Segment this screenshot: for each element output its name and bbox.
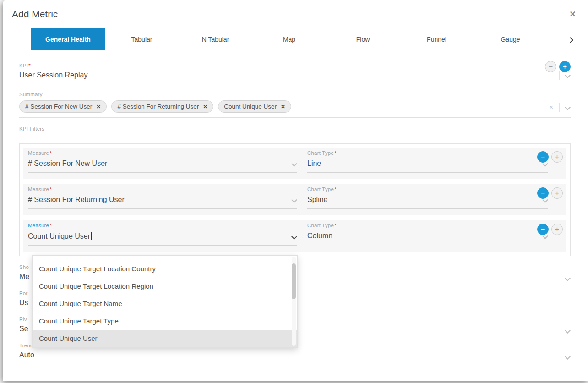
tab-flow[interactable]: Flow: [326, 28, 400, 50]
close-icon[interactable]: ✕: [569, 9, 576, 19]
add-metric-modal: Add Metric ✕ General Health Tabular N Ta…: [3, 0, 588, 381]
chip-label: Count Unique User: [224, 103, 277, 110]
divider: [286, 195, 286, 204]
select-toggle[interactable]: [286, 232, 296, 241]
required-mark: *: [49, 186, 52, 192]
measures-group: Measure* # Session For New User Chart Ty…: [19, 143, 571, 256]
dropdown-item-highlighted[interactable]: Count Unique User: [33, 330, 297, 347]
chevron-down-icon: [291, 161, 297, 167]
chip-label: # Session For New User: [25, 103, 92, 110]
measure-column: Measure* # Session For New User: [28, 150, 297, 173]
measure-row: Measure* # Session For Returning User Ch…: [23, 184, 566, 215]
kpi-buttons: − +: [545, 61, 571, 72]
modal-header: Add Metric ✕: [3, 0, 588, 28]
divider: [286, 159, 286, 168]
required-mark: *: [49, 150, 52, 156]
measure-label: Measure*: [28, 150, 297, 156]
tab-map[interactable]: Map: [252, 28, 326, 50]
chip-remove-icon[interactable]: ✕: [203, 104, 207, 110]
measure-dropdown: Count Unique Target Location Country Cou…: [32, 255, 298, 348]
required-mark: *: [28, 63, 31, 68]
tabs: General Health Tabular N Tabular Map Flo…: [31, 28, 588, 50]
measure-remove-button[interactable]: −: [537, 224, 549, 235]
measure-label: Measure*: [28, 186, 297, 192]
select-toggle[interactable]: [286, 159, 296, 168]
measure-column: Measure* Count Unique User: [28, 223, 297, 246]
tab-tabular[interactable]: Tabular: [105, 28, 179, 50]
chart-type-label: Chart Type*: [307, 186, 562, 192]
tab-gauge[interactable]: Gauge: [474, 28, 547, 50]
dropdown-item[interactable]: Count Unique Target Name: [33, 295, 297, 312]
measure-row-buttons: − +: [537, 187, 563, 199]
chart-type-column: Chart Type* Spline: [307, 186, 562, 209]
measure-select-value: # Session For Returning User: [28, 196, 125, 203]
kpi-remove-button[interactable]: −: [545, 61, 556, 72]
chevron-down-icon: [291, 234, 297, 240]
required-mark: *: [334, 186, 337, 192]
chip-remove-icon[interactable]: ✕: [281, 104, 285, 110]
tab-general-health[interactable]: General Health: [31, 28, 105, 50]
chart-type-select-value: Column: [307, 232, 332, 240]
measure-label: Measure*: [28, 223, 297, 228]
dropdown-scrollbar-track[interactable]: [292, 257, 296, 346]
kpi-filters-label-text: KPI Filters: [19, 126, 44, 131]
measure-column: Measure* # Session For Returning User: [28, 186, 297, 209]
select-toggle[interactable]: [566, 328, 570, 333]
measure-remove-button[interactable]: −: [537, 187, 549, 199]
chart-type-select[interactable]: Spline: [307, 193, 548, 209]
select-toggle[interactable]: [566, 276, 570, 280]
required-mark: *: [334, 150, 337, 156]
measure-select[interactable]: # Session For Returning User: [28, 193, 297, 209]
summary-label-text: Summary: [19, 92, 43, 97]
measure-select[interactable]: # Session For New User: [28, 157, 297, 173]
chart-type-select[interactable]: Line: [307, 157, 548, 173]
measure-row: Measure* # Session For New User Chart Ty…: [23, 148, 566, 179]
field-value[interactable]: Auto: [19, 351, 571, 359]
required-mark: *: [49, 223, 52, 228]
select-toggle[interactable]: [566, 355, 570, 359]
measure-search-input[interactable]: Count Unique User: [28, 229, 297, 246]
chart-type-select[interactable]: Column: [307, 229, 548, 245]
measure-remove-button[interactable]: −: [537, 151, 549, 163]
select-toggle[interactable]: [286, 195, 296, 204]
chart-type-select-value: Line: [307, 159, 321, 167]
dropdown-item[interactable]: Count Unique Target Location Region: [33, 278, 297, 295]
dropdown-item[interactable]: Count Unique Target Type: [33, 312, 297, 330]
chevron-down-icon: [291, 197, 297, 203]
chart-type-column: Chart Type* Line: [307, 150, 562, 173]
tab-n-tabular[interactable]: N Tabular: [179, 28, 252, 50]
kpi-label: KPI*: [19, 63, 571, 68]
dropdown-item[interactable]: Count Unique Target Location Country: [33, 260, 297, 278]
chevron-down-icon: [565, 354, 571, 360]
chip-remove-icon[interactable]: ✕: [96, 104, 101, 110]
tab-funnel[interactable]: Funnel: [400, 28, 474, 50]
measure-select-value: # Session For New User: [28, 159, 107, 167]
measure-add-button[interactable]: +: [551, 151, 563, 163]
chart-type-column: Chart Type* Column: [307, 223, 562, 246]
measure-add-button[interactable]: +: [551, 224, 563, 235]
chevron-down-icon[interactable]: [565, 104, 571, 110]
dropdown-scrollbar-thumb[interactable]: [292, 263, 296, 299]
dropdown-partial-item[interactable]: [33, 256, 297, 260]
kpi-add-button[interactable]: +: [559, 61, 571, 72]
kpi-select-value[interactable]: User Session Replay: [19, 71, 571, 79]
chart-type-label: Chart Type*: [307, 223, 562, 228]
chevron-down-icon: [565, 72, 571, 78]
chart-type-select-value: Spline: [307, 196, 327, 203]
summary-chips: # Session For New User ✕ # Session For R…: [19, 100, 571, 113]
kpi-filters-label: KPI Filters: [19, 126, 571, 131]
measure-row: Measure* Count Unique User Chart Type* C…: [23, 220, 566, 252]
kpi-filters-field: KPI Filters: [19, 126, 571, 141]
kpi-label-text: KPI: [19, 63, 28, 68]
tabs-next-chevron-icon[interactable]: [568, 36, 572, 44]
divider: [559, 103, 560, 112]
summary-field: Summary # Session For New User ✕ # Sessi…: [19, 92, 571, 118]
summary-chip: # Session For New User ✕: [19, 100, 107, 113]
measure-row-buttons: − +: [537, 151, 563, 163]
measure-add-button[interactable]: +: [551, 187, 563, 199]
chip-label: # Session For Returning User: [117, 103, 199, 110]
chevron-down-icon: [565, 275, 571, 281]
text-cursor: [91, 232, 92, 240]
clear-all-icon[interactable]: ×: [550, 104, 553, 111]
measure-row-buttons: − +: [537, 224, 563, 235]
